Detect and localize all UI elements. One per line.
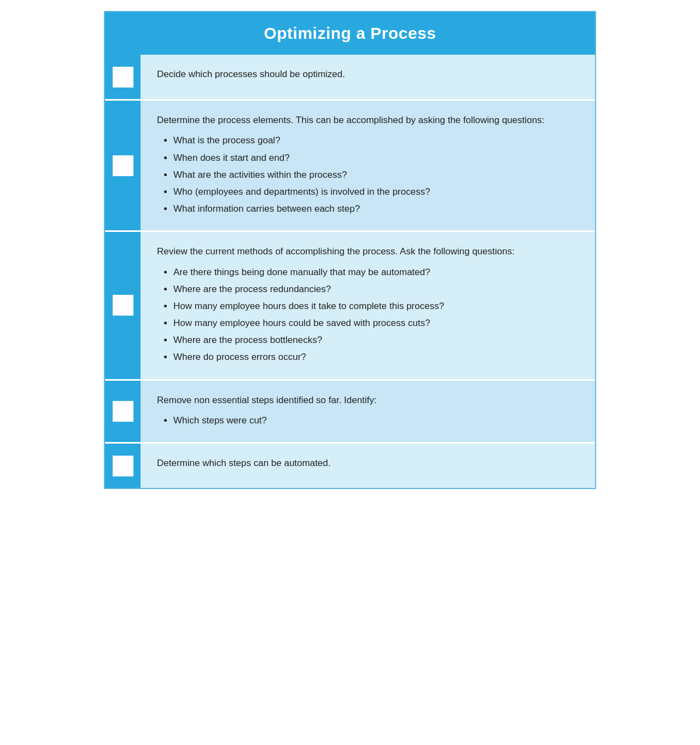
- checkbox-col: [105, 55, 141, 99]
- bullet-list: What is the process goal?When does it st…: [173, 133, 579, 216]
- checkbox-box[interactable]: [113, 155, 133, 176]
- content-col: Determine the process elements. This can…: [141, 101, 595, 230]
- row-text: Determine the process elements. This can…: [157, 113, 579, 127]
- checkbox-box[interactable]: [113, 401, 133, 422]
- checklist-row-3: Review the current methods of accomplish…: [105, 230, 595, 379]
- content-col: Decide which processes should be optimiz…: [141, 55, 595, 99]
- page-title: Optimizing a Process: [127, 24, 573, 43]
- list-item: Where do process errors occur?: [173, 350, 579, 364]
- row-text: Remove non essential steps identified so…: [157, 393, 579, 408]
- list-item: When does it start and end?: [173, 150, 579, 165]
- row-text: Determine which steps can be automated.: [157, 456, 579, 470]
- optimizing-process-card: Optimizing a Process Decide which proces…: [104, 11, 596, 489]
- content-col: Review the current methods of accomplish…: [141, 232, 595, 379]
- list-item: How many employee hours does it take to …: [173, 299, 579, 313]
- card-body: Decide which processes should be optimiz…: [105, 55, 595, 488]
- checkbox-box[interactable]: [113, 295, 133, 316]
- list-item: Who (employees and departments) is invol…: [173, 184, 579, 199]
- checkbox-col: [105, 381, 141, 442]
- list-item: What are the activities within the proce…: [173, 167, 579, 182]
- checkbox-box[interactable]: [113, 67, 133, 88]
- list-item: Where are the process redundancies?: [173, 282, 579, 296]
- row-text: Decide which processes should be optimiz…: [157, 67, 579, 82]
- row-text: Review the current methods of accomplish…: [157, 244, 579, 259]
- bullet-list: Which steps were cut?: [173, 413, 579, 428]
- checkbox-col: [105, 444, 141, 488]
- checklist-row-2: Determine the process elements. This can…: [105, 99, 595, 230]
- checklist-row-1: Decide which processes should be optimiz…: [105, 55, 595, 99]
- list-item: Which steps were cut?: [173, 413, 579, 428]
- list-item: What is the process goal?: [173, 133, 579, 148]
- checkbox-col: [105, 101, 141, 230]
- content-col: Determine which steps can be automated.: [141, 444, 595, 488]
- checkbox-col: [105, 232, 141, 379]
- content-col: Remove non essential steps identified so…: [141, 381, 595, 442]
- bullet-list: Are there things being done manually tha…: [173, 265, 579, 365]
- checklist-row-5: Determine which steps can be automated.: [105, 442, 595, 488]
- list-item: Where are the process bottlenecks?: [173, 333, 579, 347]
- card-header: Optimizing a Process: [105, 12, 595, 55]
- list-item: Are there things being done manually tha…: [173, 265, 579, 280]
- list-item: How many employee hours could be saved w…: [173, 316, 579, 330]
- checkbox-box[interactable]: [113, 456, 133, 476]
- list-item: What information carries between each st…: [173, 201, 579, 216]
- checklist-row-4: Remove non essential steps identified so…: [105, 379, 595, 442]
